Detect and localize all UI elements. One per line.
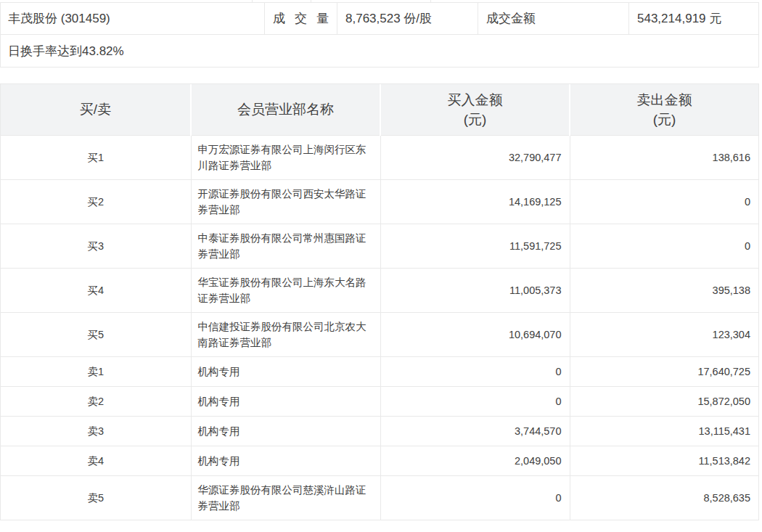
buy-amount-cell: 14,169,125 (380, 179, 570, 224)
side-cell: 卖3 (1, 416, 191, 446)
branch-cell: 开源证券股份有限公司西安太华路证券营业部 (191, 179, 380, 224)
amount-label: 成交金额 (478, 3, 628, 34)
table-row-buy2: 买2 开源证券股份有限公司西安太华路证券营业部 14,169,125 0 (1, 179, 758, 224)
side-cell: 买1 (1, 135, 191, 179)
sell-amount-cell: 15,872,050 (570, 386, 758, 416)
branch-cell: 华源证券股份有限公司慈溪浒山路证券营业部 (191, 475, 380, 520)
side-cell: 卖1 (1, 356, 191, 386)
branch-cell: 华宝证券股份有限公司上海东大名路证券营业部 (191, 268, 380, 312)
branch-cell: 中信建投证券股份有限公司北京农大南路证券营业部 (191, 312, 380, 356)
side-cell: 买3 (1, 224, 191, 268)
header-branch-name: 会员营业部名称 (191, 84, 380, 135)
branch-cell: 中泰证券股份有限公司常州惠国路证券营业部 (191, 224, 380, 268)
sell-amount-cell: 8,528,635 (570, 475, 758, 520)
buy-amount-cell: 10,694,070 (380, 312, 570, 356)
side-cell: 卖2 (1, 386, 191, 416)
branch-cell: 机构专用 (191, 356, 380, 386)
buy-amount-cell: 11,591,725 (380, 224, 570, 268)
side-cell: 买2 (1, 179, 191, 224)
header-buy-amount: 买入金额 (元) (380, 84, 570, 135)
amount-value: 543,214,919 元 (628, 3, 758, 34)
side-cell: 买4 (1, 268, 191, 312)
branch-cell: 机构专用 (191, 416, 380, 446)
buy-amount-cell: 11,005,373 (380, 268, 570, 312)
sell-amount-cell: 13,115,431 (570, 416, 758, 446)
sell-amount-cell: 395,138 (570, 268, 758, 312)
turnover-note: 日换手率达到43.82% (1, 34, 758, 67)
divider (430, 0, 431, 3)
divider (252, 0, 253, 3)
buy-amount-cell: 0 (380, 386, 570, 416)
buy-amount-cell: 0 (380, 475, 570, 520)
volume-value: 8,763,523 份/股 (337, 3, 478, 34)
stock-name: 丰茂股份 (301459) (1, 3, 264, 34)
side-cell: 买5 (1, 312, 191, 356)
table-row-buy1: 买1 申万宏源证券有限公司上海闵行区东川路证券营业部 32,790,477 13… (1, 135, 758, 179)
table-row-sell2: 卖2 机构专用 0 15,872,050 (1, 386, 758, 416)
side-cell: 卖5 (1, 475, 191, 520)
buy-amount-cell: 0 (380, 356, 570, 386)
table-row-sell3: 卖3 机构专用 3,744,570 13,115,431 (1, 416, 758, 446)
table-header-row: 买/卖 会员营业部名称 买入金额 (元) 卖出金额 (元) (1, 84, 758, 135)
branch-cell: 申万宏源证券有限公司上海闵行区东川路证券营业部 (191, 135, 380, 179)
sell-amount-cell: 138,616 (570, 135, 758, 179)
table-row-buy3: 买3 中泰证券股份有限公司常州惠国路证券营业部 11,591,725 0 (1, 224, 758, 268)
buy-amount-cell: 3,744,570 (380, 416, 570, 446)
sell-amount-cell: 17,640,725 (570, 356, 758, 386)
branch-cell: 机构专用 (191, 446, 380, 475)
volume-label: 成交量 (264, 3, 337, 34)
table-row-sell4: 卖4 机构专用 2,049,050 11,513,842 (1, 446, 758, 475)
stock-info-bar: 丰茂股份 (301459) 成交量 8,763,523 份/股 成交金额 543… (0, 3, 759, 67)
header-buy-sell: 买/卖 (1, 84, 191, 135)
table-row-buy4: 买4 华宝证券股份有限公司上海东大名路证券营业部 11,005,373 395,… (1, 268, 758, 312)
table-row-sell5: 卖5 华源证券股份有限公司慈溪浒山路证券营业部 0 8,528,635 (1, 475, 758, 520)
buy-amount-cell: 32,790,477 (380, 135, 570, 179)
sell-amount-cell: 0 (570, 179, 758, 224)
header-sell-amount: 卖出金额 (元) (570, 84, 758, 135)
side-cell: 卖4 (1, 446, 191, 475)
buy-amount-cell: 2,049,050 (380, 446, 570, 475)
table-row-sell1: 卖1 机构专用 0 17,640,725 (1, 356, 758, 386)
stock-summary-row: 丰茂股份 (301459) 成交量 8,763,523 份/股 成交金额 543… (1, 3, 758, 34)
cropped-row-remnant (0, 0, 759, 3)
spacer (0, 67, 762, 83)
branch-cell: 机构专用 (191, 386, 380, 416)
sell-amount-cell: 123,304 (570, 312, 758, 356)
spacer (0, 520, 762, 532)
trading-seats-table: 买/卖 会员营业部名称 买入金额 (元) 卖出金额 (元) 买1 申万宏源证券有… (0, 83, 759, 520)
table-row-buy5: 买5 中信建投证券股份有限公司北京农大南路证券营业部 10,694,070 12… (1, 312, 758, 356)
divider (311, 0, 311, 3)
sell-amount-cell: 11,513,842 (570, 446, 758, 475)
sell-amount-cell: 0 (570, 224, 758, 268)
